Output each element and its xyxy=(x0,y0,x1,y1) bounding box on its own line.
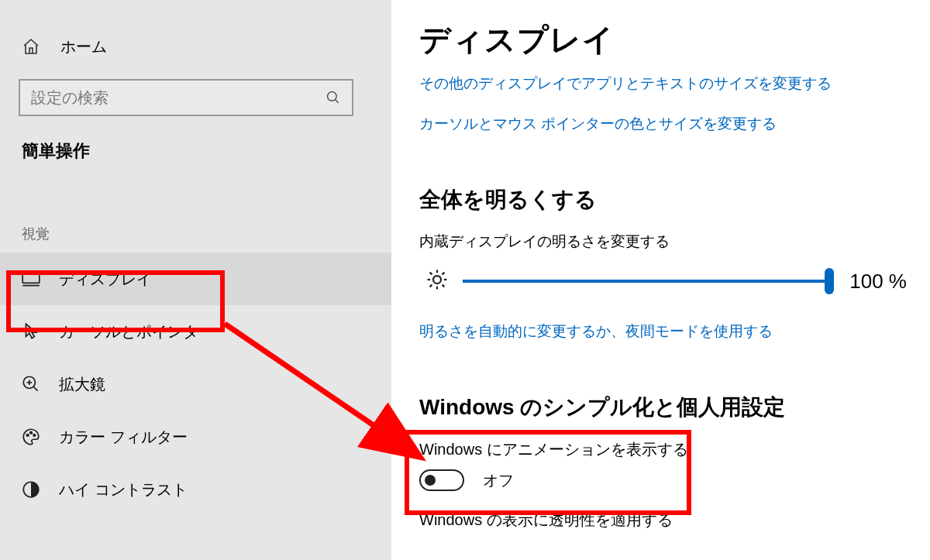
monitor-icon xyxy=(19,269,43,289)
toggle-state-text: オフ xyxy=(483,470,514,491)
sidebar-item-display[interactable]: ディスプレイ xyxy=(0,253,391,305)
sidebar-item-magnifier[interactable]: 拡大鏡 xyxy=(0,358,391,411)
brightness-value: 100 % xyxy=(849,270,907,294)
brightness-slider[interactable] xyxy=(463,264,834,298)
home-button[interactable]: ホーム xyxy=(0,28,391,65)
svg-point-12 xyxy=(433,276,441,283)
setting-transparency: Windows の表示に透明性を適用する xyxy=(419,510,907,531)
page-title: ディスプレイ xyxy=(419,19,907,61)
svg-point-0 xyxy=(328,92,337,101)
sidebar-item-label: ハイ コントラスト xyxy=(59,479,188,500)
svg-point-9 xyxy=(30,431,33,434)
toggle-animations[interactable] xyxy=(419,469,464,491)
settings-sidebar: ホーム 簡単操作 視覚 ディスプレイ カーソルとポインター xyxy=(0,0,391,560)
svg-point-10 xyxy=(33,435,36,437)
svg-point-8 xyxy=(26,435,29,437)
group-label-vision: 視覚 xyxy=(22,225,391,243)
svg-line-18 xyxy=(443,285,445,287)
magnifier-icon xyxy=(19,374,43,394)
sidebar-item-label: 拡大鏡 xyxy=(59,374,105,395)
search-field[interactable] xyxy=(19,79,353,116)
sidebar-item-label: カラー フィルター xyxy=(59,427,188,448)
home-label: ホーム xyxy=(60,36,107,57)
svg-line-5 xyxy=(33,387,37,390)
svg-line-1 xyxy=(336,100,339,103)
link-other-displays[interactable]: その他のディスプレイでアプリとテキストのサイズを変更する xyxy=(419,74,832,94)
sidebar-item-label: カーソルとポインター xyxy=(59,321,214,342)
cursor-icon xyxy=(19,321,43,342)
palette-icon xyxy=(19,427,43,447)
setting-transparency-label: Windows の表示に透明性を適用する xyxy=(419,510,907,531)
svg-line-19 xyxy=(430,285,432,287)
brightness-subtext: 内蔵ディスプレイの明るさを変更する xyxy=(419,232,907,252)
setting-animations-label: Windows にアニメーションを表示する xyxy=(419,439,907,460)
sidebar-item-cursor[interactable]: カーソルとポインター xyxy=(0,305,391,358)
link-auto-brightness[interactable]: 明るさを自動的に変更するか、夜間モードを使用する xyxy=(419,321,773,342)
contrast-icon xyxy=(19,479,43,500)
sidebar-item-color-filter[interactable]: カラー フィルター xyxy=(0,411,391,463)
slider-track xyxy=(463,280,834,283)
svg-line-20 xyxy=(443,273,445,275)
link-cursor-color[interactable]: カーソルとマウス ポインターの色とサイズを変更する xyxy=(419,114,777,134)
sun-icon xyxy=(425,268,449,294)
sidebar-item-label: ディスプレイ xyxy=(59,269,152,290)
setting-animations: Windows にアニメーションを表示する オフ xyxy=(419,439,907,491)
svg-rect-2 xyxy=(22,272,40,283)
brightness-slider-row: 100 % xyxy=(419,264,907,298)
sidebar-item-high-contrast[interactable]: ハイ コントラスト xyxy=(0,463,391,516)
section-title-brightness: 全体を明るくする xyxy=(419,185,907,215)
section-title-simplify: Windows のシンプル化と個人用設定 xyxy=(419,393,907,422)
category-title: 簡単操作 xyxy=(22,139,391,163)
svg-line-17 xyxy=(430,273,432,275)
search-icon xyxy=(315,79,352,116)
slider-thumb[interactable] xyxy=(825,268,834,294)
toggle-knob xyxy=(425,475,436,486)
search-input[interactable] xyxy=(20,89,315,107)
settings-main: ディスプレイ その他のディスプレイでアプリとテキストのサイズを変更する カーソル… xyxy=(391,0,930,560)
home-icon xyxy=(22,37,40,56)
